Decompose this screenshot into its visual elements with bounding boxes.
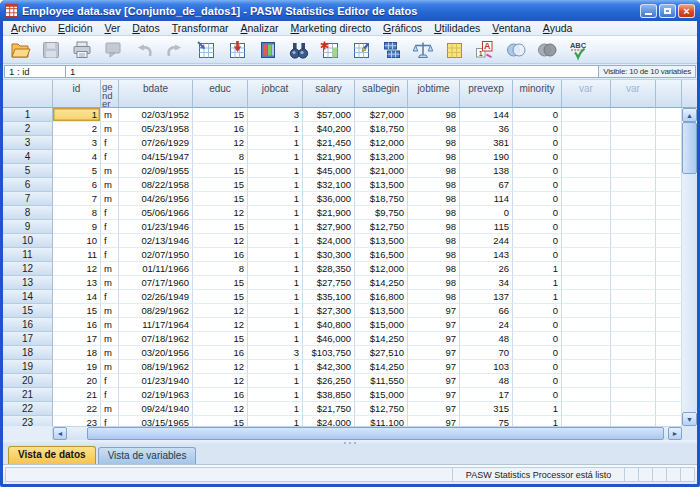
menu-marketing-directo[interactable]: Marketing directo (284, 21, 377, 35)
data-cell[interactable]: 16 (193, 248, 248, 262)
data-cell[interactable] (611, 164, 656, 178)
insert-variable-icon[interactable] (349, 38, 373, 62)
data-cell[interactable]: f (101, 206, 119, 220)
data-cell[interactable]: 12 (53, 262, 101, 276)
data-cell[interactable]: 15 (193, 332, 248, 346)
data-cell[interactable] (562, 388, 611, 402)
data-cell[interactable]: $13,500 (355, 234, 408, 248)
data-cell[interactable]: 4 (53, 150, 101, 164)
data-cell[interactable] (656, 374, 682, 388)
data-cell[interactable]: $42,300 (303, 360, 355, 374)
data-cell[interactable]: 0 (513, 122, 562, 136)
data-cell[interactable]: 1 (248, 206, 303, 220)
data-cell[interactable]: 97 (408, 318, 460, 332)
row-header[interactable]: 14 (3, 290, 53, 304)
data-cell[interactable]: $26,250 (303, 374, 355, 388)
data-cell[interactable]: f (101, 416, 119, 426)
tab-vista-de-variables[interactable]: Vista de variables (98, 447, 197, 464)
data-cell[interactable]: 08/22/1958 (119, 178, 193, 192)
data-cell[interactable]: m (101, 262, 119, 276)
data-cell[interactable] (611, 318, 656, 332)
data-cell[interactable]: f (101, 234, 119, 248)
data-cell[interactable] (562, 122, 611, 136)
data-cell[interactable] (562, 164, 611, 178)
data-cell[interactable]: 34 (460, 276, 513, 290)
data-cell[interactable] (611, 262, 656, 276)
data-cell[interactable]: 97 (408, 374, 460, 388)
data-cell[interactable]: 48 (460, 374, 513, 388)
data-cell[interactable]: 3 (248, 108, 303, 122)
data-cell[interactable]: $15,000 (355, 388, 408, 402)
data-cell[interactable] (656, 360, 682, 374)
data-cell[interactable]: 0 (513, 388, 562, 402)
data-cell[interactable]: 8 (53, 206, 101, 220)
row-header[interactable]: 21 (3, 388, 53, 402)
data-cell[interactable]: 0 (513, 318, 562, 332)
data-cell[interactable]: 12 (193, 402, 248, 416)
data-cell[interactable] (656, 388, 682, 402)
data-cell[interactable]: 09/24/1940 (119, 402, 193, 416)
data-cell[interactable] (611, 178, 656, 192)
data-cell[interactable]: $21,000 (355, 164, 408, 178)
data-cell[interactable]: 21 (53, 388, 101, 402)
data-cell[interactable]: 1 (248, 304, 303, 318)
data-cell[interactable]: $14,250 (355, 360, 408, 374)
data-cell[interactable] (611, 304, 656, 318)
data-cell[interactable]: 0 (513, 374, 562, 388)
data-cell[interactable] (656, 178, 682, 192)
data-cell[interactable]: $14,250 (355, 276, 408, 290)
data-cell[interactable]: 11/17/1964 (119, 318, 193, 332)
data-cell[interactable] (611, 360, 656, 374)
row-header[interactable]: 12 (3, 262, 53, 276)
data-cell[interactable]: 70 (460, 346, 513, 360)
data-cell[interactable] (562, 262, 611, 276)
data-cell[interactable]: 67 (460, 178, 513, 192)
col-header-prevexp[interactable]: prevexp (460, 80, 513, 108)
col-header-gender[interactable]: gender (101, 80, 119, 108)
horizontal-scrollbar[interactable]: ◄ ► (3, 426, 682, 440)
data-cell[interactable]: f (101, 388, 119, 402)
data-cell[interactable] (611, 374, 656, 388)
data-cell[interactable]: 04/26/1956 (119, 192, 193, 206)
data-cell[interactable]: 0 (513, 136, 562, 150)
row-header[interactable]: 19 (3, 360, 53, 374)
row-header[interactable]: 15 (3, 304, 53, 318)
data-cell[interactable] (562, 206, 611, 220)
data-cell[interactable]: 01/11/1966 (119, 262, 193, 276)
data-cell[interactable]: $30,300 (303, 248, 355, 262)
data-cell[interactable]: $27,000 (355, 108, 408, 122)
data-cell[interactable] (611, 108, 656, 122)
data-cell[interactable] (656, 304, 682, 318)
data-cell[interactable]: 1 (513, 262, 562, 276)
data-cell[interactable]: 48 (460, 332, 513, 346)
data-cell[interactable]: 15 (193, 220, 248, 234)
data-cell[interactable]: 143 (460, 248, 513, 262)
data-cell[interactable] (562, 108, 611, 122)
menu-ver[interactable]: Ver (98, 21, 126, 35)
data-cell[interactable]: 97 (408, 360, 460, 374)
data-cell[interactable]: $13,500 (355, 178, 408, 192)
data-cell[interactable]: 08/19/1962 (119, 360, 193, 374)
data-cell[interactable] (656, 122, 682, 136)
col-header-var[interactable]: var (562, 80, 611, 108)
data-cell[interactable]: 9 (53, 220, 101, 234)
col-header-salbegin[interactable]: salbegin (355, 80, 408, 108)
data-cell[interactable]: 05/23/1958 (119, 122, 193, 136)
data-cell[interactable]: 1 (248, 262, 303, 276)
data-cell[interactable] (656, 108, 682, 122)
data-cell[interactable]: 05/06/1966 (119, 206, 193, 220)
data-cell[interactable] (562, 178, 611, 192)
row-header[interactable]: 9 (3, 220, 53, 234)
data-cell[interactable]: 16 (193, 122, 248, 136)
data-cell[interactable]: f (101, 248, 119, 262)
data-cell[interactable]: 98 (408, 276, 460, 290)
data-cell[interactable]: 03/15/1965 (119, 416, 193, 426)
show-all-variables-icon[interactable] (535, 38, 559, 62)
data-cell[interactable]: $27,300 (303, 304, 355, 318)
data-cell[interactable]: 12 (193, 234, 248, 248)
scroll-down-button[interactable]: ▼ (682, 412, 697, 426)
data-cell[interactable]: 97 (408, 416, 460, 426)
title-bar[interactable]: Employee data.sav [Conjunto_de_datos1] -… (0, 0, 700, 21)
data-cell[interactable]: 01/23/1940 (119, 374, 193, 388)
data-cell[interactable] (562, 234, 611, 248)
